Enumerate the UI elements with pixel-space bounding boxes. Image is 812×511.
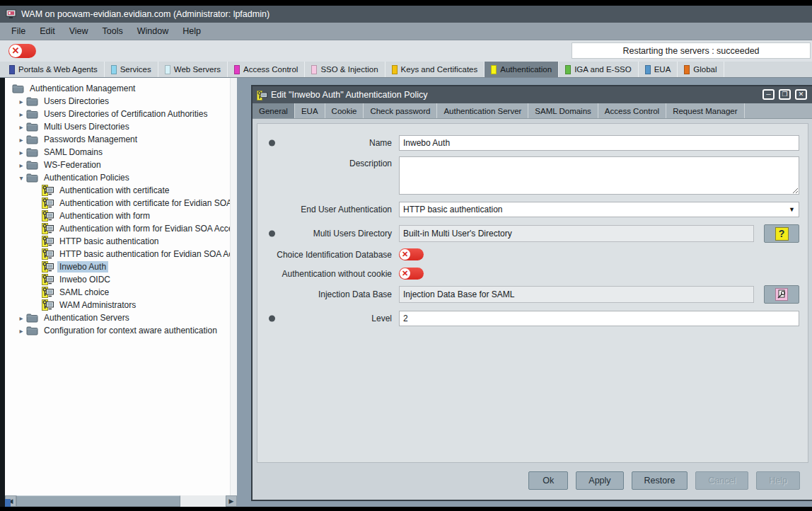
multi-users-directory-field[interactable]: Built-in Multi User's Directory (399, 225, 754, 242)
menu-item-label: Tools (103, 26, 123, 36)
authentication-policy-icon (42, 185, 54, 196)
dialog-button[interactable]: Cancel (695, 471, 748, 490)
tree-item[interactable]: Authentication Management (5, 82, 230, 95)
main-tab[interactable]: Portals & Web Agents (3, 62, 105, 77)
menu-item[interactable]: Help (175, 23, 208, 40)
dialog-button[interactable]: Apply (576, 471, 623, 490)
tree-item[interactable]: SAML Domains (5, 146, 230, 159)
tab-color-swatch-icon (645, 65, 651, 74)
injection-data-base-field[interactable]: Injection Data Base for SAML (399, 286, 754, 303)
expander-icon[interactable] (16, 149, 26, 156)
menu-item[interactable]: View (62, 23, 95, 40)
main-tab[interactable]: IGA and E-SSO (559, 62, 639, 77)
edit-policy-dialog: Edit "Inwebo Auth" Authentication Policy… (251, 85, 812, 501)
expander-icon[interactable] (16, 110, 26, 118)
scroll-right-arrow-icon[interactable]: ▶ (226, 495, 237, 507)
end-user-authentication-row: End User Authentication HTTP basic authe… (260, 202, 804, 217)
name-label: Name (260, 138, 399, 148)
main-tab[interactable]: Global (678, 62, 724, 77)
main-tab[interactable]: SSO & Injection (305, 62, 385, 77)
dialog-tab[interactable]: SAML Domains (528, 103, 598, 118)
main-tab[interactable]: EUA (639, 62, 678, 77)
choice-identification-database-toggle[interactable]: ✕ (399, 248, 424, 260)
dialog-button[interactable]: Help (756, 471, 800, 490)
tree-item[interactable]: Authentication Servers (5, 311, 230, 324)
restore-icon[interactable]: ❐ (779, 89, 791, 100)
minimize-icon[interactable]: ─ (762, 89, 775, 100)
tree-vertical-scrollbar[interactable] (230, 78, 237, 495)
expander-icon[interactable] (16, 123, 26, 131)
tree-item[interactable]: WAM Administrators (5, 299, 230, 311)
selected-option: HTTP basic authentication (403, 205, 503, 214)
expander-icon[interactable] (16, 136, 26, 144)
required-indicator (269, 231, 275, 237)
tree-item[interactable]: HTTP basic authentication (5, 235, 230, 248)
tree-item[interactable]: Configuration for context aware authenti… (5, 324, 230, 337)
browse-injection-database-button[interactable] (764, 285, 799, 304)
toggle-x-glyph: ✕ (400, 268, 410, 279)
main-tab[interactable]: Web Servers (158, 62, 228, 77)
end-user-authentication-select[interactable]: HTTP basic authentication ▼ (399, 202, 799, 217)
tree-item[interactable]: Authentication with form for Evidian SOA… (5, 222, 230, 235)
tree-item[interactable]: Users Directories (5, 95, 230, 108)
dialog-tab[interactable]: Authentication Server (437, 103, 528, 118)
dialog-tab[interactable]: Request Manager (666, 103, 744, 118)
navigation-tree: Authentication Management (5, 82, 230, 495)
tree-item-label: Authentication with certificate (57, 185, 171, 196)
tree-item[interactable]: Users Directories of Certification Autho… (5, 108, 230, 120)
tree-item[interactable]: Authentication with certificate (5, 184, 230, 197)
tree-item-label: Users Directories (42, 96, 111, 107)
expander-icon[interactable] (16, 327, 26, 335)
authentication-without-cookie-toggle[interactable]: ✕ (399, 268, 424, 280)
dialog-tab[interactable]: EUA (295, 103, 325, 118)
directory-help-button[interactable]: ? (764, 224, 799, 243)
tree-item[interactable]: HTTP basic authentication for Evidian SO… (5, 248, 230, 260)
tree-item[interactable]: Inwebo Auth (5, 260, 230, 273)
dialog-tab[interactable]: Access Control (598, 103, 666, 118)
menu-item[interactable]: Edit (33, 23, 62, 40)
level-input[interactable] (399, 311, 799, 326)
name-input[interactable] (399, 135, 799, 151)
tree-item[interactable]: Authentication Policies (5, 171, 230, 184)
description-textarea[interactable] (399, 156, 799, 195)
main-tab[interactable]: Authentication (485, 62, 559, 77)
status-message-box: Restarting the servers : succeeded (572, 42, 811, 59)
folder-icon (26, 108, 38, 120)
tab-color-swatch-icon (491, 65, 497, 74)
required-indicator (269, 316, 275, 322)
expander-icon[interactable] (16, 174, 26, 182)
tree-item[interactable]: Authentication with form (5, 209, 230, 222)
server-stop-toggle-icon[interactable]: ✕ (8, 44, 36, 58)
tree-item[interactable]: WS-Federation (5, 159, 230, 171)
main-tab[interactable]: Services (105, 62, 158, 77)
expander-icon[interactable] (16, 314, 26, 322)
dialog-button[interactable]: Ok (528, 471, 568, 490)
main-tab[interactable]: Keys and Certificates (385, 62, 485, 77)
menu-item[interactable]: Window (130, 23, 175, 40)
dialog-button[interactable]: Restore (632, 471, 688, 490)
menu-item[interactable]: Tools (95, 23, 130, 40)
expander-icon[interactable] (16, 98, 26, 105)
dialog-content: Name Description End User Authentication (253, 119, 812, 500)
dialog-tab[interactable]: Cookie (325, 103, 364, 118)
content-area: Authentication Management (0, 78, 812, 507)
expander-icon[interactable] (16, 161, 26, 169)
scrollbar-thumb[interactable] (16, 495, 180, 507)
dialog-tab[interactable]: Check password (364, 103, 437, 118)
scrollbar-track[interactable] (180, 495, 226, 507)
authentication-policy-icon (42, 210, 54, 222)
menu-item[interactable]: File (4, 23, 33, 40)
dialog-tab[interactable]: General (253, 103, 295, 118)
dialog-button-label: Help (769, 476, 787, 486)
tree-item[interactable]: Authentication with certificate for Evid… (5, 197, 230, 209)
menu-item-label: Edit (40, 26, 55, 36)
dialog-button-row: OkApplyRestoreCancelHelp (528, 471, 800, 490)
tree-item[interactable]: Multi Users Directories (5, 120, 230, 133)
close-icon[interactable]: ✕ (795, 89, 807, 100)
folder-icon (26, 121, 38, 132)
tree-item[interactable]: SAML choice (5, 286, 230, 299)
tree-item[interactable]: Passwords Management (5, 133, 230, 146)
main-tab-label: Authentication (500, 65, 552, 74)
tree-item[interactable]: Inwebo OIDC (5, 273, 230, 286)
main-tab[interactable]: Access Control (228, 62, 305, 77)
